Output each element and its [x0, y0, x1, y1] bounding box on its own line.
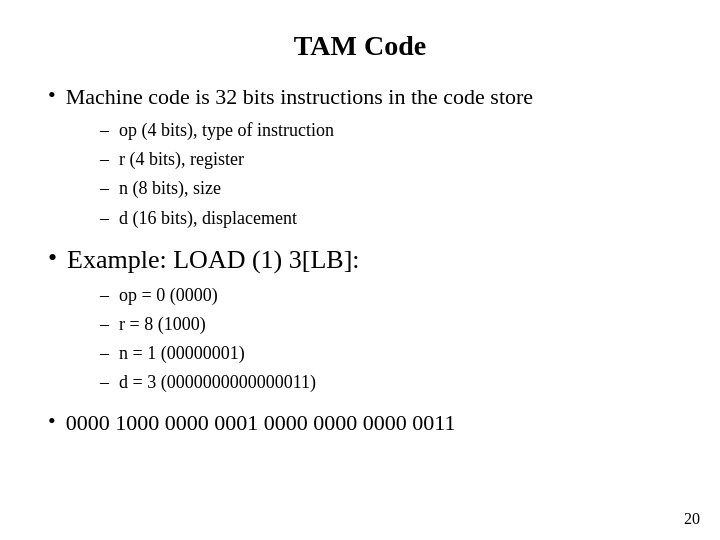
page-number: 20	[684, 510, 700, 528]
sub-item-1-0: – op (4 bits), type of instruction	[100, 118, 672, 143]
sub-dash-2-1: –	[100, 312, 109, 337]
sub-item-2-3: – d = 3 (0000000000000011)	[100, 370, 672, 395]
sub-item-2-1: – r = 8 (1000)	[100, 312, 672, 337]
sub-text-1-1: r (4 bits), register	[119, 147, 244, 172]
sub-list-1: – op (4 bits), type of instruction – r (…	[100, 118, 672, 231]
sub-item-2-0: – op = 0 (0000)	[100, 283, 672, 308]
sub-text-2-3: d = 3 (0000000000000011)	[119, 370, 316, 395]
section-2: • Example: LOAD (1) 3[LB]: – op = 0 (000…	[48, 245, 672, 396]
bottom-bullet-text: 0000 1000 0000 0001 0000 0000 0000 0011	[66, 410, 456, 436]
bottom-bullet-dot: •	[48, 408, 56, 434]
slide-title: TAM Code	[48, 30, 672, 62]
bullet-item-1: • Machine code is 32 bits instructions i…	[48, 84, 672, 110]
sub-text-1-3: d (16 bits), displacement	[119, 206, 297, 231]
sub-text-2-1: r = 8 (1000)	[119, 312, 206, 337]
sub-item-1-3: – d (16 bits), displacement	[100, 206, 672, 231]
sub-item-2-2: – n = 1 (00000001)	[100, 341, 672, 366]
sub-text-2-0: op = 0 (0000)	[119, 283, 218, 308]
bottom-bullet-item: • 0000 1000 0000 0001 0000 0000 0000 001…	[48, 410, 672, 436]
section-1: • Machine code is 32 bits instructions i…	[48, 84, 672, 231]
sub-dash-2-3: –	[100, 370, 109, 395]
bullet-item-2: • Example: LOAD (1) 3[LB]:	[48, 245, 672, 275]
bullet-dot-1: •	[48, 82, 56, 108]
sub-dash-1-2: –	[100, 176, 109, 201]
sub-item-1-2: – n (8 bits), size	[100, 176, 672, 201]
sub-text-1-0: op (4 bits), type of instruction	[119, 118, 334, 143]
sub-dash-2-2: –	[100, 341, 109, 366]
sub-dash-1-1: –	[100, 147, 109, 172]
sub-dash-2-0: –	[100, 283, 109, 308]
slide-page: TAM Code • Machine code is 32 bits instr…	[0, 0, 720, 540]
sub-text-1-2: n (8 bits), size	[119, 176, 221, 201]
sub-dash-1-3: –	[100, 206, 109, 231]
sub-dash-1-0: –	[100, 118, 109, 143]
bullet-dot-2: •	[48, 243, 57, 273]
sub-list-2: – op = 0 (0000) – r = 8 (1000) – n = 1 (…	[100, 283, 672, 396]
sub-text-2-2: n = 1 (00000001)	[119, 341, 245, 366]
bullet-text-2: Example: LOAD (1) 3[LB]:	[67, 245, 359, 275]
sub-item-1-1: – r (4 bits), register	[100, 147, 672, 172]
bullet-text-1: Machine code is 32 bits instructions in …	[66, 84, 533, 110]
